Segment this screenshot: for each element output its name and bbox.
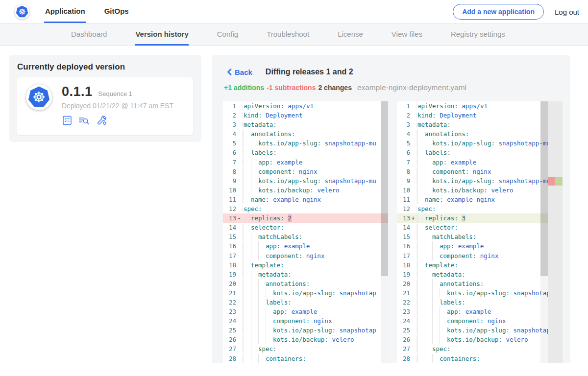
code-line: 2kind: Deployment bbox=[223, 111, 388, 120]
code-line: 17component: nginx bbox=[223, 251, 388, 260]
code-line: 4annotations: bbox=[397, 129, 563, 139]
ruler-addition-marker bbox=[555, 177, 563, 186]
code-line: 13+replicas: 3 bbox=[397, 213, 563, 223]
code-line: 11name: example-nginx bbox=[397, 195, 563, 204]
scrollbar-thumb[interactable] bbox=[381, 101, 388, 276]
changes-count: 2 changes bbox=[318, 84, 351, 92]
code-line: 23app: example bbox=[223, 307, 388, 316]
logout-link[interactable]: Log out bbox=[555, 8, 579, 16]
main-content: Currently deployed version ☸ 0.1.1 Seque… bbox=[0, 46, 588, 376]
tab-gitops[interactable]: GitOps bbox=[103, 0, 130, 23]
diff-overview-ruler bbox=[548, 101, 563, 363]
code-editor-modified[interactable]: 1apiVersion: apps/v12kind: Deployment3me… bbox=[397, 101, 563, 363]
code-line: 26kots.io/backup: velero bbox=[397, 335, 563, 344]
subtab-version-history[interactable]: Version history bbox=[135, 24, 188, 46]
code-line: 8component: nginx bbox=[223, 167, 388, 176]
code-line: 6labels: bbox=[397, 148, 563, 157]
diff-card: Back Diffing releases 1 and 2 +1 additio… bbox=[212, 55, 570, 363]
code-line: 6labels: bbox=[223, 148, 388, 157]
code-line: 13-replicas: 2 bbox=[223, 213, 388, 223]
code-line: 28containers: bbox=[223, 354, 388, 363]
diff-pane-modified: 1apiVersion: apps/v12kind: Deployment3me… bbox=[397, 101, 563, 363]
code-line: 25kots.io/app-slug: snapshotap bbox=[223, 326, 388, 335]
code-line: 19metadata: bbox=[223, 270, 388, 279]
code-line: 4annotations: bbox=[223, 129, 388, 139]
code-line: 22labels: bbox=[223, 298, 388, 307]
code-line: 27spec: bbox=[397, 344, 563, 353]
config-wrench-icon[interactable] bbox=[96, 115, 108, 126]
app-logo: ☸ bbox=[26, 84, 52, 110]
code-line: 24component: nginx bbox=[223, 316, 388, 326]
add-application-button[interactable]: Add a new application bbox=[453, 4, 544, 20]
subtab-view-files[interactable]: View files bbox=[392, 24, 422, 46]
chevron-left-icon bbox=[227, 69, 232, 75]
back-label: Back bbox=[235, 68, 252, 76]
deployed-card-title: Currently deployed version bbox=[17, 62, 193, 72]
top-tabs: Application GitOps bbox=[44, 0, 147, 23]
code-line: 11name: example-nginx bbox=[223, 195, 388, 204]
code-line: 21kots.io/app-slug: snapshotap bbox=[223, 288, 388, 298]
code-line: 9kots.io/app-slug: snapshotapp-mu bbox=[397, 176, 563, 186]
deployed-version-tile: ☸ 0.1.1 Sequence 1 Deployed 01/21/22 @ 1… bbox=[17, 77, 193, 135]
code-line: 8component: nginx bbox=[397, 167, 563, 176]
tab-application[interactable]: Application bbox=[44, 0, 86, 23]
back-button[interactable]: Back bbox=[227, 68, 252, 76]
code-line: 20annotations: bbox=[223, 279, 388, 288]
subtractions-count: -1 subtractions bbox=[267, 84, 316, 92]
code-editor-original[interactable]: 1apiVersion: apps/v12kind: Deployment3me… bbox=[223, 101, 388, 363]
code-line: 7app: example bbox=[397, 158, 563, 167]
subtab-troubleshoot[interactable]: Troubleshoot bbox=[267, 24, 309, 46]
app-subnav: Dashboard Version history Config Trouble… bbox=[0, 24, 588, 46]
code-line: 1apiVersion: apps/v1 bbox=[223, 101, 388, 111]
code-line: 12spec: bbox=[397, 204, 563, 213]
code-line: 15matchLabels: bbox=[223, 232, 388, 241]
code-line: 27spec: bbox=[223, 344, 388, 353]
top-nav: ☸ Application GitOps Add a new applicati… bbox=[0, 0, 588, 24]
code-line: 24component: nginx bbox=[397, 316, 563, 326]
code-line: 3metadata: bbox=[223, 120, 388, 129]
code-line: 23app: example bbox=[397, 307, 563, 316]
code-line: 25kots.io/app-slug: snapshotap bbox=[397, 326, 563, 335]
deploy-logs-icon[interactable] bbox=[78, 115, 91, 126]
kubernetes-logo: ☸ bbox=[15, 4, 29, 19]
code-line: 18template: bbox=[397, 260, 563, 270]
code-line: 5kots.io/app-slug: snapshotapp-mu bbox=[397, 139, 563, 148]
kubernetes-helm-icon: ☸ bbox=[16, 5, 28, 18]
code-line: 17component: nginx bbox=[397, 251, 563, 260]
code-line: 12spec: bbox=[223, 204, 388, 213]
version-number: 0.1.1 bbox=[62, 84, 93, 99]
code-line: 5kots.io/app-slug: snapshotapp-mu bbox=[223, 139, 388, 148]
diff-panes: 1apiVersion: apps/v12kind: Deployment3me… bbox=[212, 101, 570, 363]
code-line: 20annotations: bbox=[397, 279, 563, 288]
code-line: 7app: example bbox=[223, 158, 388, 167]
preflight-checklist-icon[interactable] bbox=[62, 115, 73, 126]
code-line: 2kind: Deployment bbox=[397, 111, 563, 120]
code-line: 28containers: bbox=[397, 354, 563, 363]
code-line: 14selector: bbox=[223, 223, 388, 232]
deployed-timestamp: Deployed 01/21/22 @ 11:47 am EST bbox=[62, 102, 173, 110]
code-line: 21kots.io/app-slug: snapshotap bbox=[397, 288, 563, 298]
code-line: 22labels: bbox=[397, 298, 563, 307]
code-line: 14selector: bbox=[397, 223, 563, 232]
code-line: 26kots.io/backup: velero bbox=[223, 335, 388, 344]
kubernetes-helm-icon: ☸ bbox=[28, 86, 50, 109]
code-line: 15matchLabels: bbox=[397, 232, 563, 241]
scrollbar-thumb[interactable] bbox=[540, 101, 548, 276]
diff-pane-original: 1apiVersion: apps/v12kind: Deployment3me… bbox=[223, 101, 388, 363]
sequence-label: Sequence 1 bbox=[98, 90, 132, 97]
diff-filename: example-nginx-deployment.yaml bbox=[357, 83, 466, 92]
code-line: 16app: example bbox=[223, 241, 388, 251]
code-line: 16app: example bbox=[397, 241, 563, 251]
subtab-registry-settings[interactable]: Registry settings bbox=[451, 24, 505, 46]
code-line: 18template: bbox=[223, 260, 388, 270]
code-line: 19metadata: bbox=[397, 270, 563, 279]
additions-count: +1 additions bbox=[224, 84, 264, 92]
subtab-license[interactable]: License bbox=[338, 24, 363, 46]
code-line: 9kots.io/app-slug: snapshotapp-mu bbox=[223, 176, 388, 186]
code-line: 1apiVersion: apps/v1 bbox=[397, 101, 563, 111]
currently-deployed-card: Currently deployed version ☸ 0.1.1 Seque… bbox=[9, 55, 201, 142]
diff-title: Diffing releases 1 and 2 bbox=[266, 68, 353, 76]
subtab-dashboard[interactable]: Dashboard bbox=[71, 24, 107, 46]
code-line: 10kots.io/backup: velero bbox=[397, 186, 563, 195]
subtab-config[interactable]: Config bbox=[217, 24, 238, 46]
